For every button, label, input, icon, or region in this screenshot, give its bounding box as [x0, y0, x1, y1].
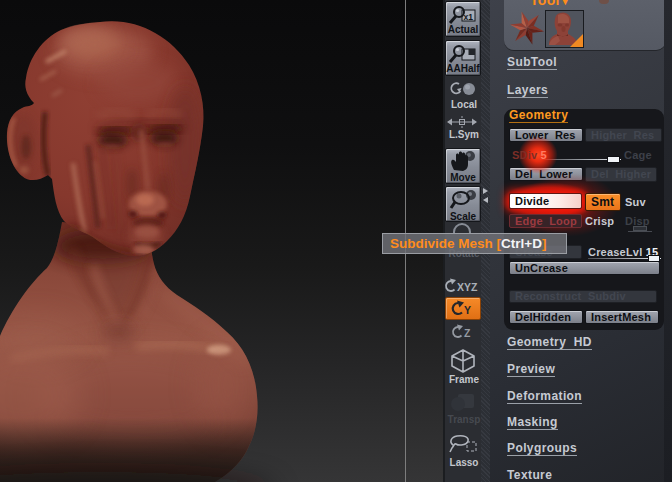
- svg-text:Y: Y: [464, 304, 471, 316]
- svg-text:x1: x1: [464, 12, 474, 22]
- svg-text:Z: Z: [464, 327, 471, 339]
- svg-text:XYZ: XYZ: [457, 281, 478, 293]
